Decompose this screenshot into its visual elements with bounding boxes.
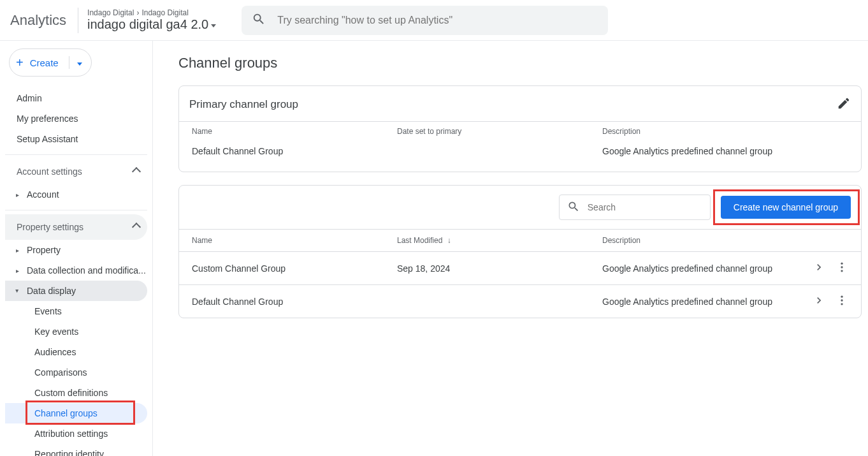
card-title: Primary channel group (189, 98, 298, 111)
breadcrumb-property: Indago Digital (141, 8, 188, 17)
cell-date (397, 146, 602, 156)
nav-leaf-audiences[interactable]: Audiences (5, 342, 147, 362)
nav-section-property-settings[interactable]: Property settings (5, 214, 147, 240)
more-options-icon[interactable] (835, 294, 848, 309)
arrow-down-icon: ▸ (14, 288, 21, 294)
chevron-up-icon (132, 167, 141, 176)
cell-name: Default Channel Group (192, 297, 397, 307)
cell-modified: Sep 18, 2024 (397, 263, 602, 274)
main-content: Channel groups Primary channel group Nam… (153, 41, 868, 456)
property-name: indago digital ga4 2.0 (87, 17, 208, 32)
nav-leaf-events[interactable]: Events (5, 301, 147, 321)
cell-description: Google Analytics predefined channel grou… (602, 297, 797, 307)
nav-sub-account[interactable]: ▸ Account (5, 184, 147, 205)
arrow-right-icon: ▸ (14, 191, 20, 198)
primary-channel-group-card: Primary channel group Name Date set to p… (178, 85, 862, 172)
caret-down-icon (211, 24, 216, 27)
create-button[interactable]: + Create (9, 48, 92, 77)
col-name[interactable]: Name (192, 236, 397, 245)
edit-button[interactable] (837, 96, 851, 112)
chevron-up-icon (132, 223, 141, 232)
col-name: Name (192, 127, 397, 136)
table-row[interactable]: Default Channel Group Google Analytics p… (179, 284, 861, 318)
arrow-down-icon: ↓ (447, 236, 451, 245)
nav-setup-assistant[interactable]: Setup Assistant (5, 129, 147, 149)
svg-point-5 (841, 303, 843, 305)
chevron-right-icon: › (136, 8, 139, 17)
col-description: Description (602, 127, 848, 136)
table-search[interactable] (559, 195, 711, 220)
nav-leaf-comparisons[interactable]: Comparisons (5, 362, 147, 383)
search-icon (567, 200, 580, 215)
caret-down-icon (77, 63, 82, 66)
arrow-right-icon: ▸ (14, 267, 20, 274)
svg-point-2 (841, 270, 843, 272)
table-search-input[interactable] (586, 202, 702, 213)
nav-section-account-settings[interactable]: Account settings (5, 159, 147, 184)
col-date: Date set to primary (397, 127, 602, 136)
nav-my-preferences[interactable]: My preferences (5, 108, 147, 129)
svg-point-0 (841, 263, 843, 265)
property-selector[interactable]: Indago Digital › Indago Digital indago d… (87, 8, 216, 32)
table-header: Name Date set to primary Description (179, 121, 861, 141)
svg-point-3 (841, 296, 843, 298)
sidebar: + Create Admin My preferences Setup Assi… (0, 41, 153, 456)
more-options-icon[interactable] (835, 261, 848, 276)
cell-description: Google Analytics predefined channel grou… (602, 263, 797, 274)
breadcrumb: Indago Digital › Indago Digital (87, 8, 216, 17)
cell-name: Custom Channel Group (192, 263, 397, 274)
svg-point-1 (841, 266, 843, 268)
chevron-right-icon[interactable] (813, 294, 825, 309)
nav-sub-property[interactable]: ▸ Property (5, 240, 147, 260)
nav-sub-data-display[interactable]: ▸ Data display (5, 281, 147, 301)
nav-sub-label: Account (27, 189, 59, 200)
section-label: Account settings (17, 166, 82, 177)
chevron-right-icon[interactable] (813, 261, 825, 276)
create-label: Create (30, 57, 59, 68)
divider (5, 154, 147, 155)
nav-sub-label: Data display (27, 286, 76, 296)
col-description[interactable]: Description (602, 236, 797, 245)
arrow-right-icon: ▸ (14, 247, 20, 254)
section-label: Property settings (17, 222, 83, 232)
cell-description: Google Analytics predefined channel grou… (602, 146, 848, 156)
divider (69, 56, 69, 69)
top-bar: Analytics Indago Digital › Indago Digita… (0, 0, 868, 41)
table-header: Name Last Modified ↓ Description (179, 229, 861, 251)
nav-leaf-attribution-settings[interactable]: Attribution settings (5, 423, 147, 444)
global-search[interactable] (242, 6, 608, 35)
nav-sub-label: Data collection and modifica... (27, 265, 146, 276)
plus-icon: + (16, 56, 24, 69)
channel-groups-list-card: Create new channel group Name Last Modif… (178, 185, 862, 318)
page-title: Channel groups (178, 55, 862, 71)
table-row: Default Channel Group Google Analytics p… (179, 141, 861, 172)
create-new-channel-group-button[interactable]: Create new channel group (721, 196, 851, 219)
breadcrumb-account: Indago Digital (87, 8, 134, 17)
divider (78, 8, 78, 33)
nav-leaf-channel-groups[interactable]: Channel groups (5, 403, 147, 423)
brand-label: Analytics (10, 12, 66, 29)
divider (5, 210, 147, 210)
nav-leaf-reporting-identity[interactable]: Reporting identity (5, 444, 147, 456)
cell-name: Default Channel Group (192, 146, 397, 156)
nav-sub-label: Property (27, 245, 61, 255)
col-last-modified[interactable]: Last Modified ↓ (397, 236, 602, 245)
nav-admin[interactable]: Admin (5, 88, 147, 108)
search-input[interactable] (276, 14, 598, 27)
table-row[interactable]: Custom Channel Group Sep 18, 2024 Google… (179, 251, 861, 284)
nav-leaf-custom-definitions[interactable]: Custom definitions (5, 383, 147, 403)
search-icon (252, 12, 266, 28)
svg-point-4 (841, 299, 843, 301)
nav-sub-data-collection[interactable]: ▸ Data collection and modifica... (5, 260, 147, 281)
nav-leaf-key-events[interactable]: Key events (5, 321, 147, 342)
